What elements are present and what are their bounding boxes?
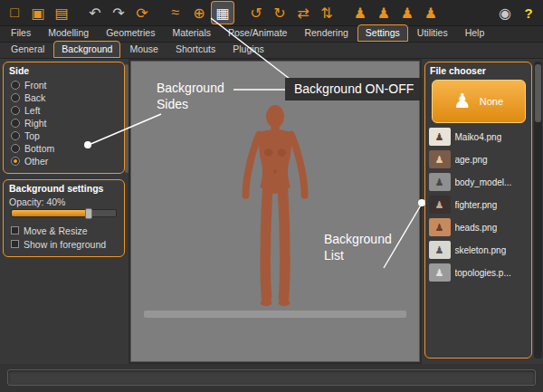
- tab-modelling[interactable]: Modelling: [40, 24, 97, 42]
- background-item-label: body_model...: [455, 177, 512, 187]
- tab-rendering[interactable]: Rendering: [296, 24, 356, 42]
- view-front-icon[interactable]: ♟: [349, 2, 371, 24]
- file-chooser-title: File chooser: [430, 65, 527, 76]
- main-area: Side Front Back Left Right: [0, 59, 543, 364]
- new-icon[interactable]: □: [4, 2, 25, 24]
- checkbox-label: Move & Resize: [24, 225, 88, 236]
- thumbnail-icon: ♟: [429, 241, 451, 259]
- radio-back[interactable]: Back: [9, 91, 119, 104]
- background-item[interactable]: ♟ age.png: [429, 150, 529, 168]
- tab-utilities[interactable]: Utilities: [409, 24, 456, 42]
- annotation-background-sides: Background Sides: [157, 80, 243, 112]
- background-item-label: None: [480, 96, 503, 107]
- thumbnail-icon: ♟: [429, 128, 451, 146]
- radio-label: Right: [24, 118, 47, 129]
- save-icon[interactable]: ▣: [27, 2, 49, 24]
- checkbox-show-foreground[interactable]: Show in foreground: [9, 237, 119, 251]
- left-panel-scrollbar[interactable]: [125, 64, 129, 173]
- side-group-title: Side: [9, 65, 119, 76]
- radio-circle: [11, 119, 20, 128]
- checkbox-box: [11, 240, 19, 248]
- background-toggle-icon[interactable]: ▦: [212, 2, 233, 24]
- human-model[interactable]: [216, 103, 334, 331]
- settings-panel: Side Front Back Left Right: [0, 59, 129, 364]
- background-item[interactable]: ♟ topologies.p...: [429, 263, 529, 282]
- tab-geometries[interactable]: Geometries: [98, 24, 163, 42]
- radio-other[interactable]: Other: [9, 155, 119, 167]
- tab-materials[interactable]: Materials: [164, 24, 219, 42]
- radio-label: Top: [24, 130, 40, 141]
- makehuman-window: □ ▣ ▤ ↶ ↷ ⟳ ≈ ⊕ ▦ ↺ ↻ ⇄ ⇅ ♟ ♟ ♟ ♟ ◉ ? Fi…: [0, 0, 543, 392]
- background-settings-group: Background settings Opacity: 40% Move & …: [3, 179, 125, 257]
- annotation-background-onoff: Background ON-OFF: [285, 78, 423, 100]
- redo-icon[interactable]: ↷: [108, 2, 129, 24]
- radio-top[interactable]: Top: [9, 129, 119, 142]
- background-item[interactable]: ♟ Maiko4.png: [429, 128, 529, 146]
- radio-circle: [11, 106, 20, 115]
- undo-icon[interactable]: ↶: [84, 2, 106, 24]
- help-icon[interactable]: ?: [518, 2, 539, 24]
- radio-label: Left: [24, 105, 41, 116]
- right-panel: File chooser ♟ None ♟ Maiko4.png ♟ age.p…: [422, 59, 543, 364]
- annotation-background-list: Background List: [324, 231, 407, 263]
- background-item[interactable]: ♟ body_model...: [429, 173, 529, 191]
- radio-circle-selected: [11, 157, 20, 166]
- rotate-right-icon[interactable]: ↻: [269, 2, 291, 24]
- opacity-slider-handle[interactable]: [85, 208, 92, 219]
- radio-circle: [11, 131, 20, 140]
- radio-label: Other: [24, 156, 48, 167]
- window-scrollbar[interactable]: [534, 62, 542, 359]
- thumbnail-icon: ♟: [429, 150, 451, 168]
- grab-screen-icon[interactable]: ◉: [494, 2, 516, 24]
- tab-shortcuts[interactable]: Shortcuts: [167, 41, 224, 58]
- background-item[interactable]: ♟ skeleton.png: [429, 241, 529, 259]
- radio-label: Front: [24, 80, 47, 91]
- status-area: [0, 364, 543, 392]
- tab-plugins[interactable]: Plugins: [224, 41, 272, 58]
- globe-icon[interactable]: ⊕: [188, 2, 210, 24]
- background-item[interactable]: ♟ fighter.png: [429, 196, 529, 214]
- status-bar: [7, 369, 536, 386]
- thumbnail-icon: ♟: [429, 173, 451, 191]
- radio-bottom[interactable]: Bottom: [9, 142, 119, 155]
- scrollbar-thumb[interactable]: [535, 64, 541, 122]
- view-top-icon[interactable]: ♟: [396, 2, 418, 24]
- tab-general[interactable]: General: [3, 41, 52, 58]
- background-settings-title: Background settings: [9, 183, 119, 194]
- rotate-vertical-icon[interactable]: ⇅: [316, 2, 338, 24]
- opacity-slider[interactable]: [11, 209, 117, 217]
- rotate-horizontal-icon[interactable]: ⇄: [292, 2, 314, 24]
- file-chooser-panel: File chooser ♟ None ♟ Maiko4.png ♟ age.p…: [424, 62, 532, 359]
- background-item-label: skeleton.png: [455, 245, 507, 255]
- background-item-label: topologies.p...: [455, 268, 511, 278]
- tab-settings[interactable]: Settings: [357, 24, 408, 42]
- checkbox-box: [11, 226, 19, 234]
- reset-icon[interactable]: ⟳: [131, 2, 153, 24]
- checkbox-move-resize[interactable]: Move & Resize: [9, 224, 119, 237]
- modifiers-icon[interactable]: ≈: [165, 2, 186, 24]
- tab-pose-animate[interactable]: Pose/Animate: [220, 24, 295, 42]
- background-item-none[interactable]: ♟ None: [432, 80, 526, 123]
- radio-front[interactable]: Front: [9, 79, 119, 91]
- radio-left[interactable]: Left: [9, 104, 119, 117]
- pose-icon[interactable]: ♟: [420, 2, 442, 24]
- radio-circle: [11, 144, 20, 153]
- background-item-label: heads.png: [455, 223, 498, 233]
- toolbar: □ ▣ ▤ ↶ ↷ ⟳ ≈ ⊕ ▦ ↺ ↻ ⇄ ⇅ ♟ ♟ ♟ ♟ ◉ ?: [0, 0, 543, 26]
- tab-background[interactable]: Background: [53, 41, 120, 58]
- sub-tab-bar: General Background Mouse Shortcuts Plugi…: [0, 43, 543, 59]
- radio-label: Back: [24, 92, 45, 103]
- rotate-left-icon[interactable]: ↺: [245, 2, 267, 24]
- load-icon[interactable]: ▤: [51, 2, 72, 24]
- radio-right[interactable]: Right: [9, 117, 119, 129]
- tab-files[interactable]: Files: [3, 24, 39, 42]
- checkbox-label: Show in foreground: [24, 239, 106, 250]
- opacity-slider-fill: [12, 210, 87, 216]
- side-group: Side Front Back Left Right: [3, 62, 125, 174]
- background-item-label: Maiko4.png: [455, 132, 502, 142]
- background-item-label: age.png: [455, 155, 488, 165]
- view-side-icon[interactable]: ♟: [373, 2, 395, 24]
- tab-help[interactable]: Help: [457, 24, 493, 42]
- background-item[interactable]: ♟ heads.png: [429, 218, 529, 236]
- tab-mouse[interactable]: Mouse: [121, 41, 167, 58]
